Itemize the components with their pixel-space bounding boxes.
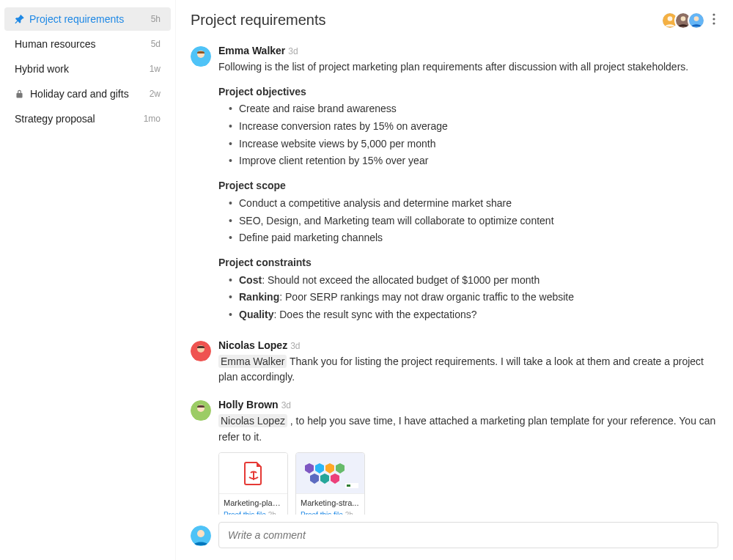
sidebar-item-label: Project requirements xyxy=(29,13,145,25)
message-author: Holly Brown xyxy=(218,399,279,410)
message-body: Emma Walker Thank you for listing the pr… xyxy=(218,354,718,386)
mention[interactable]: Nicolas Lopez xyxy=(218,414,287,427)
pin-icon xyxy=(15,14,25,24)
sidebar-item-label: Human resources xyxy=(15,38,145,50)
message-avatar xyxy=(191,400,211,421)
page-title: Project requirements xyxy=(191,12,666,29)
attachments: Marketing-plan...Proof this file2hMarket… xyxy=(218,452,718,515)
pdf-icon xyxy=(243,461,264,486)
attachment-name: Marketing-stra... xyxy=(301,497,360,509)
section-title: Project constraints xyxy=(218,255,718,271)
section-title: Project scope xyxy=(218,178,718,194)
list-item: Ranking: Poor SERP rankings may not draw… xyxy=(229,290,718,306)
message-time: 3d xyxy=(290,341,300,351)
message: Nicolas Lopez3dEmma Walker Thank you for… xyxy=(191,339,718,386)
sidebar-item-time: 1w xyxy=(150,64,161,74)
message-body: Nicolas Lopez , to help you save time, I… xyxy=(218,413,718,515)
more-menu-button[interactable] xyxy=(710,10,718,30)
sidebar: Project requirements5hHuman resources5dH… xyxy=(0,0,176,560)
sidebar-item[interactable]: Hybrid work1w xyxy=(4,57,171,81)
header: Project requirements xyxy=(176,0,733,37)
sidebar-item-label: Hybrid work xyxy=(15,63,144,75)
svg-point-1 xyxy=(668,16,673,21)
sidebar-item[interactable]: Project requirements5h xyxy=(4,7,171,31)
svg-point-5 xyxy=(694,16,699,21)
attachment-proof-link[interactable]: Proof this file2h xyxy=(301,509,360,515)
svg-rect-24 xyxy=(347,485,350,487)
list-item: Increase website views by 5,000 per mont… xyxy=(229,136,718,152)
message: Emma Walker3dFollowing is the list of pr… xyxy=(191,45,718,326)
diagram-thumbnail-icon xyxy=(299,456,361,491)
sidebar-item[interactable]: Human resources5d xyxy=(4,32,171,56)
svg-point-8 xyxy=(712,22,715,24)
attachment-name: Marketing-plan... xyxy=(224,497,283,509)
message-author: Nicolas Lopez xyxy=(218,339,287,351)
list-item: Create and raise brand awareness xyxy=(229,101,718,117)
list-item: Increase conversion rates by 15% on aver… xyxy=(229,119,718,135)
message-author: Emma Walker xyxy=(218,45,285,56)
list-item: Conduct a competitive analysis and deter… xyxy=(229,196,718,212)
section-title: Project objectives xyxy=(218,84,718,100)
more-vertical-icon xyxy=(712,13,715,25)
message-avatar xyxy=(191,341,211,361)
svg-point-6 xyxy=(712,13,715,15)
message-time: 3d xyxy=(288,46,298,56)
main-panel: Project requirements Emma Walker3dFollow… xyxy=(176,0,733,560)
svg-point-3 xyxy=(681,16,686,21)
collaborator-avatars[interactable] xyxy=(666,12,705,29)
composer xyxy=(176,515,733,560)
list-item: Cost: Should not exceed the allocated bu… xyxy=(229,273,718,289)
sidebar-item-time: 5d xyxy=(151,39,161,49)
sidebar-item[interactable]: Strategy proposal1mo xyxy=(4,107,171,130)
sidebar-item-time: 1mo xyxy=(144,114,161,124)
message: Holly Brown3dNicolas Lopez , to help you… xyxy=(191,399,718,515)
svg-point-7 xyxy=(712,18,715,20)
mention[interactable]: Emma Walker xyxy=(218,355,287,368)
list-item: Quality: Does the result sync with the e… xyxy=(229,307,718,323)
message-list: Emma Walker3dFollowing is the list of pr… xyxy=(176,37,733,515)
message-avatar xyxy=(191,46,211,67)
lock-icon xyxy=(15,89,24,99)
sidebar-item-time: 2w xyxy=(150,89,161,99)
comment-input[interactable] xyxy=(218,522,718,548)
sidebar-item-label: Holiday card and gifts xyxy=(30,88,144,100)
list-item: Improve client retention by 15% over yea… xyxy=(229,153,718,169)
list-item: SEO, Design, and Marketing team will col… xyxy=(229,213,718,229)
sidebar-item-label: Strategy proposal xyxy=(15,113,138,125)
list-item: Define paid marketing channels xyxy=(229,230,718,246)
sidebar-item-time: 5h xyxy=(151,14,161,24)
message-body: Following is the list of project marketi… xyxy=(218,59,718,323)
collaborator-avatar[interactable] xyxy=(688,12,705,29)
sidebar-item[interactable]: Holiday card and gifts2w xyxy=(4,82,171,106)
attachment[interactable]: Marketing-stra...Proof this file2h xyxy=(295,452,365,515)
message-time: 3d xyxy=(281,400,291,410)
attachment-proof-link[interactable]: Proof this file2h xyxy=(224,509,283,515)
attachment[interactable]: Marketing-plan...Proof this file2h xyxy=(218,452,288,515)
svg-point-26 xyxy=(197,530,205,537)
current-user-avatar xyxy=(191,526,211,546)
